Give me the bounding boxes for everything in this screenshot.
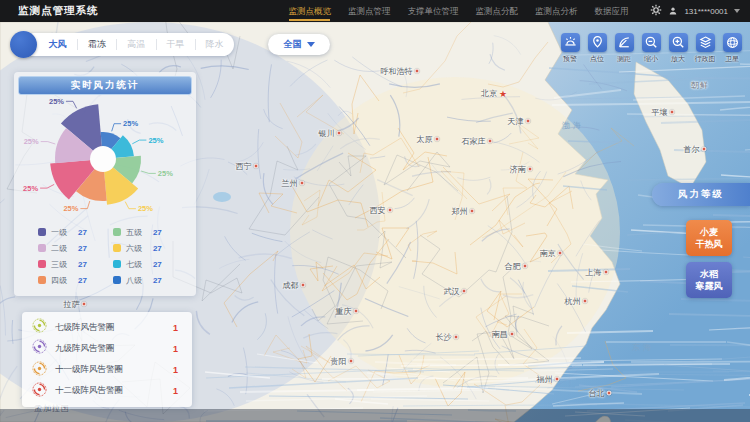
- nav-item-4[interactable]: 监测点分配: [475, 0, 518, 22]
- user-caret-down-icon[interactable]: [734, 9, 740, 13]
- legend-name: 七级: [126, 259, 148, 270]
- app-root: 监测点管理系统 监测点概览监测点管理支撑单位管理监测点分配监测点分析数据应用 1…: [0, 0, 750, 422]
- legend-item-4: 四级27: [38, 272, 87, 288]
- svg-text:25%: 25%: [158, 169, 173, 178]
- legend-name: 二级: [51, 243, 73, 254]
- legend-value: 27: [153, 244, 162, 253]
- legend-item-3: 三级27: [38, 256, 87, 272]
- alert-row-4[interactable]: 十二级阵风告警圈1: [32, 382, 182, 401]
- legend-swatch: [113, 276, 121, 284]
- toolbar-label: 预警: [563, 54, 577, 64]
- map-canvas[interactable]: 呼和浩特北京★天津太原石家庄济南银川西宁兰州西安郑州成都重庆武汉合肥南京上海杭州…: [0, 22, 750, 422]
- nav-item-2[interactable]: 监测点管理: [348, 0, 391, 22]
- toolbar-label: 测距: [617, 54, 631, 64]
- legend-value: 27: [78, 244, 87, 253]
- svg-text:25%: 25%: [138, 204, 153, 213]
- region-select[interactable]: 全国: [268, 34, 330, 55]
- region-caret-down-icon: [307, 42, 315, 47]
- toolbar-label: 点位: [590, 54, 604, 64]
- navbar-right: 131****0001: [650, 2, 740, 20]
- rice-cold-dew-wind-button[interactable]: 水稻 寒露风: [686, 262, 732, 298]
- gust-alerts-panel: 七级阵风告警圈1九级阵风告警圈1十一级阵风告警圈1十二级阵风告警圈1: [22, 312, 192, 407]
- legend-swatch: [38, 276, 46, 284]
- alert-count: 1: [173, 323, 178, 333]
- rice-button-line1: 水稻: [700, 268, 718, 280]
- measure-icon: [615, 33, 634, 52]
- svg-text:25%: 25%: [23, 184, 38, 193]
- typhoon-icon: [32, 318, 47, 337]
- legend-swatch: [38, 244, 46, 252]
- svg-text:25%: 25%: [123, 119, 138, 128]
- toolbar-label: 行政图: [695, 54, 716, 64]
- satellite-icon: [723, 33, 742, 52]
- rice-button-line2: 寒露风: [696, 280, 723, 292]
- legend-name: 四级: [51, 275, 73, 286]
- hazard-tab-5[interactable]: 降水: [195, 33, 234, 56]
- toolbar-button-4[interactable]: 缩小: [638, 33, 664, 64]
- alert-count: 1: [173, 365, 178, 375]
- username[interactable]: 131****0001: [684, 7, 728, 16]
- legend-item-6: 六级27: [113, 240, 162, 256]
- wind-level-button[interactable]: 风力等级: [652, 183, 750, 206]
- toolbar-button-2[interactable]: 点位: [584, 33, 610, 64]
- hazard-tab-2[interactable]: 霜冻: [77, 33, 116, 56]
- alert-row-2[interactable]: 九级阵风告警圈1: [32, 339, 182, 358]
- typhoon-icon: [32, 361, 47, 380]
- hazard-tab-4[interactable]: 干旱: [156, 33, 195, 56]
- typhoon-icon: [32, 382, 47, 401]
- nav-item-5[interactable]: 监测点分析: [535, 0, 578, 22]
- admin-map-icon: [696, 33, 715, 52]
- toolbar-button-7[interactable]: 卫星: [719, 33, 745, 64]
- wind-stats-title: 实时风力统计: [18, 76, 192, 95]
- top-navbar: 监测点管理系统 监测点概览监测点管理支撑单位管理监测点分配监测点分析数据应用 1…: [0, 0, 750, 22]
- toolbar-button-3[interactable]: 测距: [611, 33, 637, 64]
- hazard-tab-3[interactable]: 高温: [116, 33, 155, 56]
- legend-name: 八级: [126, 275, 148, 286]
- legend-value: 27: [153, 276, 162, 285]
- nav-item-1[interactable]: 监测点概览: [288, 0, 331, 22]
- toolbar-label: 缩小: [644, 54, 658, 64]
- zoom-in-icon: [669, 33, 688, 52]
- zoom-out-icon: [642, 33, 661, 52]
- toolbar-button-5[interactable]: 放大: [665, 33, 691, 64]
- legend-item-2: 二级27: [38, 240, 87, 256]
- gear-icon[interactable]: [650, 2, 662, 20]
- alert-row-1[interactable]: 七级阵风告警圈1: [32, 318, 182, 337]
- legend-value: 27: [78, 276, 87, 285]
- legend-item-7: 七级27: [113, 256, 162, 272]
- wind-stats-panel: 实时风力统计 25%25%25%25%25%25%25%25% 一级27二级27…: [14, 72, 196, 296]
- wind-level-legend: 一级27二级27三级27四级27五级27六级27七级27八级27: [38, 224, 162, 288]
- alert-row-3[interactable]: 十一级阵风告警圈1: [32, 361, 182, 380]
- hazard-logo-circle-icon[interactable]: [10, 31, 37, 58]
- legend-value: 27: [153, 228, 162, 237]
- legend-swatch: [113, 260, 121, 268]
- svg-text:25%: 25%: [49, 97, 64, 106]
- legend-item-1: 一级27: [38, 224, 87, 240]
- legend-name: 一级: [51, 227, 73, 238]
- alert-label: 九级阵风告警圈: [55, 343, 165, 355]
- legend-item-5: 五级27: [113, 224, 162, 240]
- map-toolbar: 预警点位测距缩小放大行政图卫星: [557, 33, 745, 64]
- alarm-icon: [561, 33, 580, 52]
- svg-text:25%: 25%: [148, 136, 163, 145]
- svg-text:25%: 25%: [24, 137, 39, 146]
- hazard-tab-1[interactable]: 大风: [38, 33, 77, 56]
- wheat-dry-hot-wind-button[interactable]: 小麦 干热风: [686, 220, 732, 256]
- pin-icon: [588, 33, 607, 52]
- nav-item-6[interactable]: 数据应用: [594, 0, 628, 22]
- legend-swatch: [113, 244, 121, 252]
- alert-count: 1: [173, 386, 178, 396]
- legend-value: 27: [153, 260, 162, 269]
- legend-swatch: [113, 228, 121, 236]
- toolbar-button-1[interactable]: 预警: [557, 33, 583, 64]
- toolbar-label: 卫星: [725, 54, 739, 64]
- hazard-tab-bar: 大风霜冻高温干旱降水: [22, 33, 234, 56]
- legend-item-8: 八级27: [113, 272, 162, 288]
- bottom-overlay-bar: [0, 409, 750, 422]
- toolbar-button-6[interactable]: 行政图: [692, 33, 718, 64]
- wheat-button-line1: 小麦: [700, 226, 718, 238]
- legend-name: 三级: [51, 259, 73, 270]
- alert-label: 十一级阵风告警圈: [55, 364, 165, 376]
- svg-text:25%: 25%: [63, 204, 78, 213]
- nav-item-3[interactable]: 支撑单位管理: [407, 0, 458, 22]
